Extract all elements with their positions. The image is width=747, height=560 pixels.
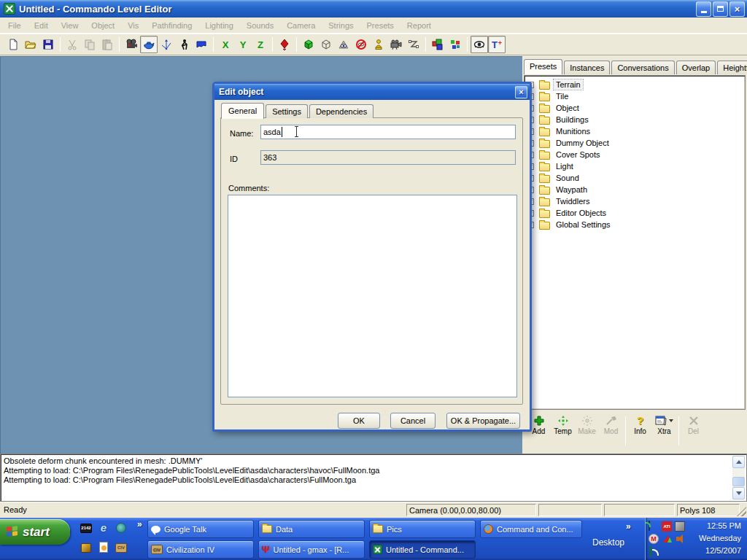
make-button[interactable]: Make [575,413,599,435]
menu-item[interactable]: Lighting [198,19,240,32]
xtra-dropdown-icon[interactable] [669,419,673,422]
menu-item[interactable]: View [55,19,85,32]
temp-button[interactable]: Temp [551,413,575,435]
log-scrollbar[interactable] [732,456,745,499]
toggle-labels-button[interactable]: T+ [488,36,506,53]
save-button[interactable] [39,36,57,53]
dialog-tab[interactable]: General [221,103,264,119]
wireless-icon[interactable] [650,546,651,556]
close-button[interactable]: × [729,1,745,17]
maximize-button[interactable] [713,1,728,17]
panel-tab[interactable]: Presets [524,59,562,74]
tree-item[interactable]: + Sound [527,172,745,184]
object-mode-button[interactable] [140,36,158,53]
minimize-button[interactable] [696,1,711,17]
scroll-up-button[interactable] [732,456,745,468]
tree-item[interactable]: + Object [527,102,745,114]
camera-mode-button[interactable] [123,36,140,53]
new-file-button[interactable] [4,36,22,53]
projector-button[interactable] [387,36,405,53]
dialog-tab[interactable]: Dependencies [309,104,374,118]
tree-item[interactable]: + Editor Objects [527,207,745,219]
tree-item[interactable]: + Global Settings [527,219,745,230]
messenger-tray-icon[interactable]: M [649,534,659,544]
menu-item[interactable]: Object [85,19,121,32]
menu-item[interactable]: Presets [360,19,400,32]
task-pics-folder[interactable]: Pics [369,520,476,538]
tree-item[interactable]: + Terrain [527,79,745,90]
menu-item[interactable]: Edit [28,19,55,32]
ok-propagate-button[interactable]: OK & Propagate... [446,413,520,429]
tree-item[interactable]: + Light [527,160,745,172]
panel-tab[interactable]: Instances [564,61,610,74]
bf2142-icon[interactable]: 2142 [80,522,92,534]
globe-icon[interactable] [115,522,127,534]
del-button[interactable]: Del [681,413,705,435]
rotate-mode-button[interactable] [158,36,175,53]
solid-view-button[interactable] [300,36,317,53]
desktop-toolbar-label[interactable]: Desktop [592,537,624,548]
panel-tab[interactable]: Heightfield [717,61,747,74]
polygon-tool-button[interactable] [405,36,422,53]
panel-tab[interactable]: Overlap [676,61,716,74]
vis-points-button[interactable] [335,36,352,53]
axis-z-button[interactable]: Z [252,36,269,53]
vis-disable-button[interactable] [352,36,370,53]
tree-item[interactable]: + Twiddlers [527,195,745,207]
warcraft-icon[interactable] [80,542,92,553]
pawn-button[interactable] [370,36,387,53]
taskbar-overflow-chevron[interactable]: » [626,521,631,532]
waypath-button[interactable] [193,36,210,53]
menu-item[interactable]: Sounds [240,19,280,32]
panel-tab[interactable]: Conversations [611,61,674,74]
menu-item[interactable]: Camera [280,19,322,32]
menu-item[interactable]: Report [400,19,438,32]
xtra-button[interactable]: Xtra [652,413,676,435]
name-input[interactable] [260,125,516,139]
scroll-down-button[interactable] [732,487,745,499]
task-data-folder[interactable]: Data [258,520,365,538]
axis-y-button[interactable]: Y [234,36,252,53]
axis-x-button[interactable]: X [217,36,234,53]
start-button[interactable]: start [0,519,70,545]
task-google-talk[interactable]: Google Talk [147,520,254,538]
ok-button[interactable]: OK [338,413,380,429]
mod-button[interactable]: Mod [599,413,623,435]
group-objects-button[interactable] [429,36,446,53]
tree-item[interactable]: + Tile [527,90,745,102]
walk-mode-button[interactable] [175,36,193,53]
info-button[interactable]: ? Info [628,413,652,435]
menu-item[interactable]: Pathfinding [145,19,198,32]
menu-item[interactable]: Vis [121,19,145,32]
scrollbar-thumb[interactable] [732,477,745,486]
task-gmax[interactable]: ΨUntitled - gmax - [R... [258,540,365,559]
tree-item[interactable]: + Cover Spots [527,149,745,160]
network-monitor-icon[interactable] [649,521,650,531]
wireframe-view-button[interactable] [317,36,335,53]
device-tray-icon[interactable] [675,521,685,532]
task-command-and-conquer[interactable]: Command and Con... [480,520,582,538]
ungroup-objects-button[interactable] [446,36,464,53]
cut-button[interactable] [63,36,81,53]
copy-button[interactable] [81,36,98,53]
tree-item[interactable]: + Dummy Object [527,137,745,149]
comments-textarea[interactable] [228,195,517,397]
civilization-icon[interactable]: CIV [115,542,127,553]
document-icon[interactable] [98,541,109,553]
tree-item[interactable]: + Munitions [527,125,745,137]
task-commando-editor[interactable]: Untitled - Command... [369,540,476,559]
tree-item[interactable]: + Buildings [527,114,745,125]
dialog-close-button[interactable]: × [515,86,527,98]
menu-item[interactable]: File [1,19,28,32]
quick-launch-overflow-chevron[interactable]: » [137,519,142,529]
toggle-visibility-button[interactable] [471,36,488,53]
drop-to-ground-button[interactable] [276,36,293,53]
cancel-button[interactable]: Cancel [390,413,436,429]
dialog-tab[interactable]: Settings [266,104,308,118]
paste-button[interactable] [98,36,116,53]
menu-item[interactable]: Strings [322,19,360,32]
tree-item[interactable]: + Waypath [527,184,745,195]
open-button[interactable] [22,36,39,53]
internet-explorer-icon[interactable]: e [98,521,109,533]
task-civilization-iv[interactable]: CIVCivilization IV [147,540,254,559]
